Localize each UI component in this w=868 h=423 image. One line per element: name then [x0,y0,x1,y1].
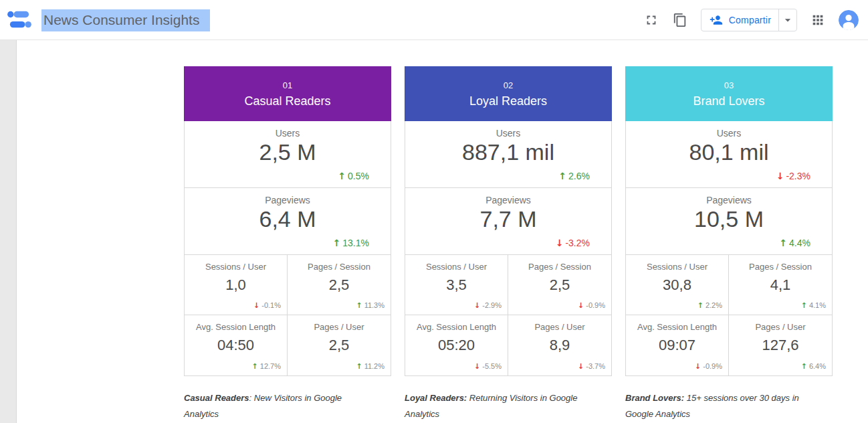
cell-delta: -5.5% [474,362,502,371]
footnote-term: Brand Lovers: [625,393,684,403]
cell-value: 2,5 [288,276,391,294]
cell-label: Avg. Session Length [405,315,508,332]
cell-value: 3,5 [405,276,508,294]
cell-label: Pages / Session [288,255,391,272]
metric-pages-per-user: Pages / User 2,5 11.2% [288,315,391,375]
metric-pageviews: Pageviews 6,4 M 13.1% [185,188,391,255]
cell-delta: 2.2% [697,301,722,310]
metric-delta: 0.5% [338,171,369,181]
metric-pages-per-user: Pages / User 8,9 -3.7% [508,315,611,375]
metric-value: 887,1 mil [405,139,611,165]
card-footnote: Brand Lovers: 15+ sessions over 30 days … [625,390,818,422]
card-body: Users 2,5 M 0.5% Pageviews 6,4 M 13.1% S… [184,121,391,376]
cell-label: Pages / User [729,315,832,332]
cell-label: Sessions / User [405,255,508,272]
card-number: 01 [283,81,292,90]
cell-value: 09:07 [626,337,728,354]
metric-grid: Sessions / User 1,0 -0.1% Pages / Sessio… [185,255,391,375]
user-avatar[interactable] [839,10,859,30]
card-header: 03 Brand Lovers [625,66,833,121]
user-avatar-icon [839,10,859,30]
report-title[interactable]: News Consumer Insights [41,12,210,28]
card-number: 02 [504,81,513,90]
metric-delta: 13.1% [333,238,369,248]
metric-pageviews: Pageviews 10,5 M 4.4% [626,188,832,255]
scorecard-brand-lovers: 03 Brand Lovers Users 80,1 mil -2.3% Pag… [625,66,833,422]
cell-value: 4,1 [729,276,832,294]
metric-value: 10,5 M [626,206,832,232]
metric-value: 7,7 M [405,206,611,232]
metric-label: Pageviews [185,188,391,205]
data-studio-logo-icon[interactable] [7,9,33,31]
card-footnote: Loyal Readers: Returning Visitors in Goo… [405,390,597,422]
cell-label: Avg. Session Length [185,315,287,332]
card-body: Users 887,1 mil 2.6% Pageviews 7,7 M -3.… [405,121,612,376]
canvas-left-gutter [0,40,17,423]
cell-delta: 11.2% [356,362,385,371]
metric-pages-per-session: Pages / Session 2,5 11.3% [288,255,391,315]
copy-report-button[interactable] [672,12,688,28]
metric-label: Users [405,121,611,139]
apps-grid-button[interactable] [810,12,826,28]
header-actions: Compartir [643,9,859,31]
cell-label: Pages / User [288,315,391,332]
metric-value: 80,1 mil [626,139,832,165]
cell-delta: -0.9% [578,301,605,310]
metric-label: Users [185,121,391,139]
metric-avg-session-length: Avg. Session Length 09:07 -0.9% [626,315,729,375]
share-dropdown-caret[interactable] [779,13,796,27]
cell-value: 2,5 [508,276,611,294]
metric-delta: 4.4% [779,238,810,248]
cell-value: 127,6 [729,337,832,354]
metric-label: Pageviews [626,188,832,205]
metric-avg-session-length: Avg. Session Length 05:20 -5.5% [405,315,508,375]
card-body: Users 80,1 mil -2.3% Pageviews 10,5 M 4.… [625,121,833,376]
scorecard-casual-readers: 01 Casual Readers Users 2,5 M 0.5% Pagev… [184,66,391,422]
card-title: Casual Readers [244,95,330,107]
card-number: 03 [724,81,734,90]
cell-label: Sessions / User [626,255,728,272]
metric-delta: -3.2% [556,238,590,248]
metric-label: Users [626,121,832,139]
cell-label: Pages / User [508,315,611,332]
cell-value: 04:50 [185,337,287,354]
share-button-label: Compartir [729,15,771,25]
metric-value: 6,4 M [185,206,391,232]
metric-sessions-per-user: Sessions / User 1,0 -0.1% [185,255,288,315]
metric-pages-per-user: Pages / User 127,6 6.4% [729,315,832,375]
share-button[interactable]: Compartir [701,9,797,31]
fullscreen-button[interactable] [643,12,659,28]
metric-pageviews: Pageviews 7,7 M -3.2% [405,188,611,255]
cell-delta: -3.7% [578,362,605,371]
person-add-icon [710,13,723,27]
metric-grid: Sessions / User 30,8 2.2% Pages / Sessio… [626,255,832,375]
metric-delta: -2.3% [776,171,810,181]
cell-value: 30,8 [626,276,728,294]
metric-sessions-per-user: Sessions / User 30,8 2.2% [626,255,729,315]
card-header: 02 Loyal Readers [405,66,612,121]
footnote-term: Loyal Readers: [405,393,467,403]
cell-label: Pages / Session [729,255,832,272]
footnote-term: Casual Readers [184,393,249,403]
share-button-main[interactable]: Compartir [701,13,778,27]
cell-value: 05:20 [405,337,508,354]
metric-pages-per-session: Pages / Session 4,1 4.1% [729,255,832,315]
metric-users: Users 887,1 mil 2.6% [405,121,611,188]
scorecard-loyal-readers: 02 Loyal Readers Users 887,1 mil 2.6% Pa… [405,66,612,422]
cell-delta: -0.9% [695,362,722,371]
metric-label: Pageviews [405,188,611,205]
card-footnote: Casual Readers: New Visitors in Google A… [184,390,376,422]
report-title-text: News Consumer Insights [41,9,210,31]
cell-delta: -2.9% [474,301,502,310]
card-title: Brand Lovers [693,95,764,107]
cell-delta: 11.3% [356,301,385,310]
metric-sessions-per-user: Sessions / User 3,5 -2.9% [405,255,508,315]
cell-value: 1,0 [185,276,287,294]
card-title: Loyal Readers [469,95,547,107]
chevron-down-icon [781,13,794,27]
metric-delta: 2.6% [558,171,590,181]
apps-grid-icon [810,13,825,27]
metric-pages-per-session: Pages / Session 2,5 -0.9% [508,255,611,315]
cell-value: 8,9 [508,337,611,354]
cell-delta: -0.1% [253,301,281,310]
